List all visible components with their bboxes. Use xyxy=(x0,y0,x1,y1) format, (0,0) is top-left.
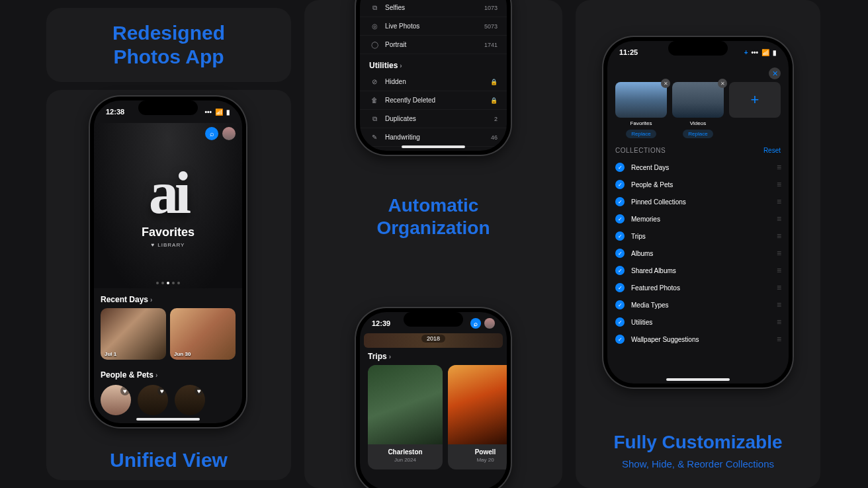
close-icon[interactable]: ✕ xyxy=(769,67,781,79)
collection-row[interactable]: ✓ Media Types ≡ xyxy=(615,296,781,313)
phone-customize: 11:25 +•••📶▮ ✕ ✕ Favorites Replace ✕ Vid… xyxy=(603,37,793,387)
utility-row[interactable]: ⧉Duplicates2 xyxy=(360,110,507,128)
section-head-people[interactable]: People & Pets› xyxy=(101,370,236,380)
media-type-row[interactable]: ◎Live Photos5073 xyxy=(360,17,507,36)
collection-row[interactable]: ✓ Recent Days ≡ xyxy=(615,159,781,176)
check-icon[interactable]: ✓ xyxy=(615,180,625,189)
drag-handle-icon[interactable]: ≡ xyxy=(777,214,781,224)
drag-handle-icon[interactable]: ≡ xyxy=(777,300,781,309)
pet-thumb[interactable] xyxy=(138,385,168,415)
collection-row[interactable]: ✓ Pinned Collections ≡ xyxy=(615,193,781,210)
section-people-pets: People & Pets› xyxy=(101,370,236,415)
replace-button[interactable]: Replace xyxy=(626,130,656,138)
person-thumb[interactable] xyxy=(101,385,131,415)
title-redesigned: Redesigned Photos App xyxy=(112,21,225,69)
trip-card-powell[interactable]: PowellMay 20 xyxy=(448,365,507,469)
utility-row[interactable]: 🗑Recently Deleted🔒 xyxy=(360,91,507,110)
utility-row[interactable]: ⊘Hidden🔒 xyxy=(360,73,507,91)
collection-label: Trips xyxy=(631,233,777,240)
utility-icon: ⧉ xyxy=(369,115,380,123)
drag-handle-icon[interactable]: ≡ xyxy=(777,335,781,344)
check-icon[interactable]: ✓ xyxy=(615,335,625,344)
chevron-right-icon: › xyxy=(400,62,402,69)
drag-handle-icon[interactable]: ≡ xyxy=(777,197,781,206)
add-pinned-button[interactable]: + xyxy=(729,82,781,118)
status-icons: •••📶▮ xyxy=(204,108,230,116)
replace-button[interactable]: Replace xyxy=(683,130,713,138)
pinned-favorites[interactable]: ✕ Favorites Replace xyxy=(615,82,667,138)
pager-dots[interactable] xyxy=(156,282,180,284)
section-recent-days: Recent Days› Jul 1 Jun 30 xyxy=(101,295,236,360)
section-head-trips[interactable]: Trips› xyxy=(368,352,391,361)
check-icon[interactable]: ✓ xyxy=(615,249,625,258)
collection-label: Wallpaper Suggestions xyxy=(631,336,777,343)
check-icon[interactable]: ✓ xyxy=(615,231,625,241)
hero-card[interactable]: ⌕ ai Favorites ♥LIBRARY xyxy=(94,123,242,288)
collection-row[interactable]: ✓ Featured Photos ≡ xyxy=(615,279,781,296)
hero-subtitle: ♥LIBRARY xyxy=(152,242,185,248)
clock: 12:39 xyxy=(372,319,390,327)
collection-row[interactable]: ✓ Shared Albums ≡ xyxy=(615,262,781,279)
reset-button[interactable]: Reset xyxy=(763,147,781,154)
drag-handle-icon[interactable]: ≡ xyxy=(777,317,781,327)
clock: 12:38 xyxy=(106,108,124,116)
home-indicator[interactable] xyxy=(136,418,200,421)
collection-row[interactable]: ✓ Trips ≡ xyxy=(615,227,781,245)
home-indicator[interactable] xyxy=(402,145,465,148)
type-icon: ◯ xyxy=(369,41,380,48)
check-icon[interactable]: ✓ xyxy=(615,197,625,206)
home-indicator[interactable] xyxy=(666,378,730,381)
trip-card-charleston[interactable]: CharlestonJun 2024 xyxy=(368,365,443,469)
check-icon[interactable]: ✓ xyxy=(615,300,625,309)
drag-handle-icon[interactable]: ≡ xyxy=(777,231,781,241)
check-icon[interactable]: ✓ xyxy=(615,266,625,275)
collection-row[interactable]: ✓ Memories ≡ xyxy=(615,210,781,227)
avatar[interactable] xyxy=(222,127,236,140)
remove-icon[interactable]: ✕ xyxy=(718,79,727,88)
collection-label: Media Types xyxy=(631,302,777,309)
year-pill: 2018 xyxy=(421,335,445,343)
collection-label: Albums xyxy=(631,250,777,257)
collection-row[interactable]: ✓ People & Pets ≡ xyxy=(615,176,781,193)
drag-handle-icon[interactable]: ≡ xyxy=(777,266,781,275)
chevron-right-icon: › xyxy=(389,353,391,360)
search-icon[interactable]: ⌕ xyxy=(205,127,218,140)
collection-row[interactable]: ✓ Utilities ≡ xyxy=(615,313,781,331)
pinned-row: ✕ Favorites Replace ✕ Videos Replace + xyxy=(615,82,781,138)
avatar[interactable] xyxy=(484,318,495,329)
drag-handle-icon[interactable]: ≡ xyxy=(777,163,781,172)
remove-icon[interactable]: ✕ xyxy=(661,79,670,88)
hero-logo: ai xyxy=(149,163,187,223)
drag-handle-icon[interactable]: ≡ xyxy=(777,180,781,189)
chevron-right-icon: › xyxy=(155,372,157,379)
media-type-row[interactable]: ⧉Selfies1073 xyxy=(360,0,507,17)
collection-label: People & Pets xyxy=(631,181,777,188)
check-icon[interactable]: ✓ xyxy=(615,214,625,224)
card-automatic: ▭Videos316⧉Selfies1073◎Live Photos5073◯P… xyxy=(304,0,562,488)
card-customizable: 11:25 +•••📶▮ ✕ ✕ Favorites Replace ✕ Vid… xyxy=(576,0,820,488)
collection-label: Recent Days xyxy=(631,164,777,171)
pet-thumb[interactable] xyxy=(175,385,205,415)
collections-list: ✓ Recent Days ≡ ✓ People & Pets ≡ ✓ Pinn… xyxy=(615,159,781,348)
media-type-row[interactable]: ◯Portrait1741 xyxy=(360,36,507,54)
check-icon[interactable]: ✓ xyxy=(615,163,625,172)
check-icon[interactable]: ✓ xyxy=(615,317,625,327)
media-type-list: ▭Videos316⧉Selfies1073◎Live Photos5073◯P… xyxy=(360,0,507,151)
heart-icon: ♥ xyxy=(152,242,155,248)
recent-thumb-jul1[interactable]: Jul 1 xyxy=(101,308,166,360)
collection-label: Memories xyxy=(631,216,777,223)
pinned-videos[interactable]: ✕ Videos Replace xyxy=(672,82,724,138)
utilities-header[interactable]: Utilities› xyxy=(360,54,507,73)
collection-row[interactable]: ✓ Albums ≡ xyxy=(615,245,781,262)
collection-label: Pinned Collections xyxy=(631,198,777,206)
drag-handle-icon[interactable]: ≡ xyxy=(777,283,781,292)
title-unified: Unified View xyxy=(46,448,291,472)
drag-handle-icon[interactable]: ≡ xyxy=(777,249,781,258)
search-icon[interactable]: ⌕ xyxy=(470,318,481,329)
utility-row[interactable]: ✎Handwriting46 xyxy=(360,128,507,147)
collection-row[interactable]: ✓ Wallpaper Suggestions ≡ xyxy=(615,331,781,348)
recent-thumb-jun30[interactable]: Jun 30 xyxy=(170,308,236,360)
status-icons: ⌕ xyxy=(470,318,495,329)
section-head-recent[interactable]: Recent Days› xyxy=(101,295,236,304)
check-icon[interactable]: ✓ xyxy=(615,283,625,292)
